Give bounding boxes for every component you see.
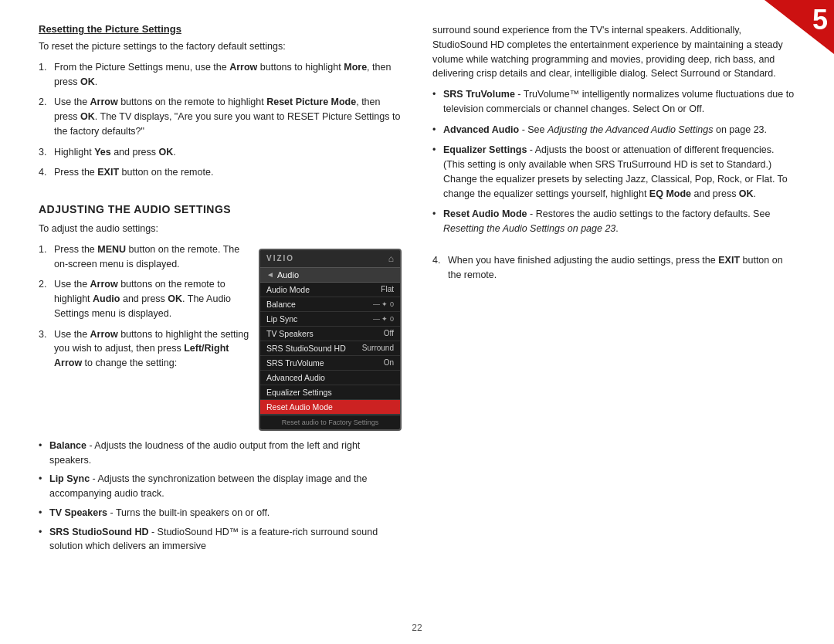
right-column: surround sound experience from the TV's …: [432, 23, 795, 621]
resetting-step-1: 1. From the Picture Settings menu, use t…: [39, 60, 402, 90]
right-bullet-list: SRS TruVolume - TruVolume™ intelligently…: [432, 87, 795, 242]
audio-step-3: 3. Use the Arrow buttons to highlight th…: [39, 327, 402, 371]
audio-intro: To adjust the audio settings:: [39, 222, 402, 236]
audio-step-1: 1. Press the MENU button on the remote. …: [39, 242, 402, 272]
resetting-step-2: 2. Use the Arrow buttons on the remote t…: [39, 95, 402, 138]
right-steps: 4. When you have finished adjusting the …: [432, 253, 795, 289]
page-footer: 22: [0, 622, 834, 633]
bullet-advancedaudio: Advanced Audio - See Adjusting the Advan…: [432, 123, 795, 137]
left-column: Resetting the Picture Settings To reset …: [39, 23, 402, 621]
bullet-equalizer: Equalizer Settings - Adjusts the boost o…: [432, 143, 795, 201]
resetting-step-3: 3. Highlight Yes and press OK.: [39, 145, 402, 160]
footer-page-number: 22: [412, 622, 422, 633]
audio-step-2: 2. Use the Arrow buttons on the remote t…: [39, 277, 402, 320]
tv-menu-footer: Reset audio to Factory Settings: [260, 415, 400, 429]
bullet-srssound: SRS StudioSound HD - StudioSound HD™ is …: [39, 525, 402, 554]
page-corner: 5: [764, 0, 834, 54]
resetting-heading: Resetting the Picture Settings: [39, 23, 402, 35]
tv-menu-row-equalizer: Equalizer Settings: [260, 385, 400, 400]
right-intro: surround sound experience from the TV's …: [432, 23, 795, 81]
right-step-4: 4. When you have finished adjusting the …: [432, 253, 795, 283]
tv-menu-row-resetaudio: Reset Audio Mode: [260, 400, 400, 415]
resetting-intro: To reset the picture settings to the fac…: [39, 39, 402, 54]
audio-steps: 1. Press the MENU button on the remote. …: [39, 242, 402, 371]
tv-menu-row-advancedaudio: Advanced Audio: [260, 371, 400, 385]
resetting-step-4: 4. Press the EXIT button on the remote.: [39, 165, 402, 180]
bullet-lipsync: Lip Sync - Adjusts the synchronization b…: [39, 472, 402, 501]
audio-content: VIZIO ⌂ ◄ Audio Audio Mode Flat Balance …: [39, 242, 402, 439]
bullet-tvspeakers: TV Speakers - Turns the built-in speaker…: [39, 506, 402, 520]
page-number: 5: [812, 6, 828, 34]
bullet-balance: Balance - Adjusts the loudness of the au…: [39, 439, 402, 468]
audio-heading: ADJUSTING THE AUDIO SETTINGS: [39, 203, 402, 215]
main-content: Resetting the Picture Settings To reset …: [0, 0, 834, 644]
bullet-srstruvol: SRS TruVolume - TruVolume™ intelligently…: [432, 87, 795, 117]
resetting-steps: 1. From the Picture Settings menu, use t…: [39, 60, 402, 186]
audio-bullet-list: Balance - Adjusts the loudness of the au…: [39, 439, 402, 558]
bullet-resetaudio: Reset Audio Mode - Restores the audio se…: [432, 207, 795, 236]
